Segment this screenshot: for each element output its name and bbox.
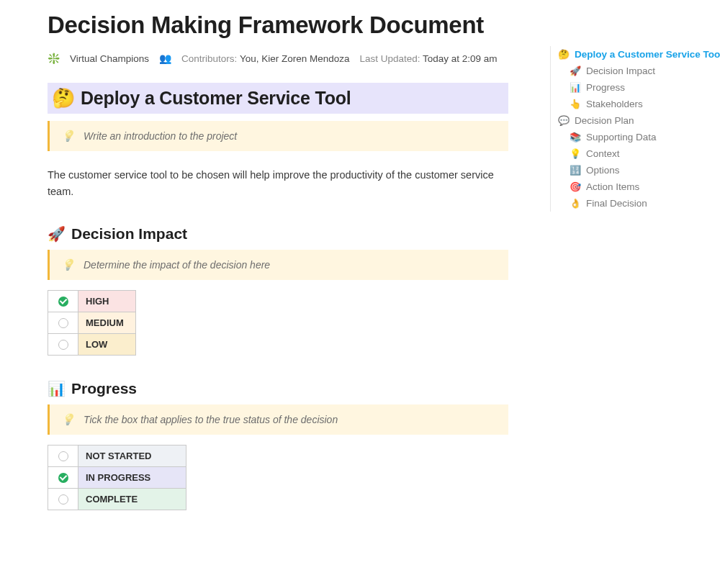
callout-progress[interactable]: 💡 Tick the box that applies to the true … (48, 404, 508, 435)
table-row: COMPLETE (48, 488, 186, 510)
bulb-icon: 💡 (61, 258, 75, 271)
barchart-icon: 📊 (48, 380, 66, 397)
section-heading-progress[interactable]: 📊 Progress (48, 380, 508, 397)
radio-unchecked-icon[interactable] (58, 318, 68, 328)
page-title: Decision Making Framework Document (48, 10, 508, 40)
outline-item-icon: 🤔 (558, 49, 570, 60)
outline-item-label: Final Decision (586, 198, 647, 209)
impact-radio-cell[interactable] (48, 312, 78, 333)
outline-item-icon: 👌 (570, 198, 581, 209)
outline-item[interactable]: 👆Stakeholders (554, 96, 707, 112)
outline-item[interactable]: 🎯Action Items (554, 178, 707, 195)
outline-item-label: Decision Plan (575, 115, 634, 126)
outline-item-icon: 🎯 (570, 181, 581, 192)
outline-item[interactable]: 🤔Deploy a Customer Service Tool (554, 46, 707, 63)
outline-item-label: Action Items (586, 181, 639, 192)
impact-radio-cell[interactable] (48, 333, 78, 355)
outline-item-label: Options (586, 165, 620, 176)
radio-unchecked-icon[interactable] (58, 494, 68, 505)
progress-radio-cell[interactable] (48, 488, 78, 510)
updated-value: Today at 2:09 am (423, 53, 498, 64)
outline-item[interactable]: 🔢Options (554, 162, 707, 178)
progress-option-label[interactable]: NOT STARTED (78, 445, 186, 466)
table-row: NOT STARTED (48, 445, 186, 466)
radio-unchecked-icon[interactable] (58, 451, 68, 461)
outline-item-icon: 💡 (570, 148, 581, 159)
bulb-icon: 💡 (61, 413, 75, 426)
impact-option-label[interactable]: MEDIUM (78, 312, 136, 333)
outline-item-label: Deploy a Customer Service Tool (575, 49, 720, 60)
outline-item[interactable]: 💬Decision Plan (554, 112, 707, 129)
outline-list: 🤔Deploy a Customer Service Tool🚀Decision… (554, 46, 707, 212)
intro-body[interactable]: The customer service tool to be chosen w… (48, 167, 494, 200)
outline-item-label: Supporting Data (586, 132, 657, 143)
contributors-value: You, Kier Zoren Mendoza (240, 53, 350, 64)
outline-item-label: Progress (586, 82, 625, 93)
outline-item-icon: 👆 (570, 99, 581, 109)
progress-table: NOT STARTEDIN PROGRESSCOMPLETE (48, 445, 186, 510)
outline-item[interactable]: 📚Supporting Data (554, 129, 707, 145)
progress-radio-cell[interactable] (48, 466, 78, 488)
meta-row: ❇️ Virtual Champions 👥 Contributors: You… (48, 53, 508, 64)
progress-radio-cell[interactable] (48, 445, 78, 466)
document-main: Decision Making Framework Document ❇️ Vi… (48, 10, 508, 510)
radio-unchecked-icon[interactable] (58, 340, 68, 350)
chat-icon: 💬 (558, 115, 570, 126)
outline-item-label: Context (586, 148, 620, 159)
workspace-name: Virtual Champions (70, 53, 149, 64)
impact-table: HIGHMEDIUMLOW (48, 290, 136, 356)
callout-impact[interactable]: 💡 Determine the impact of the decision h… (48, 250, 508, 280)
callout-progress-text: Tick the box that applies to the true st… (84, 414, 338, 425)
table-row: LOW (48, 333, 136, 355)
table-row: HIGH (48, 290, 136, 312)
table-row: MEDIUM (48, 312, 136, 333)
thinking-icon: 🤔 (52, 87, 75, 109)
section-heading-impact[interactable]: 🚀 Decision Impact (48, 225, 508, 243)
table-row: IN PROGRESS (48, 466, 186, 488)
progress-option-label[interactable]: COMPLETE (78, 488, 186, 510)
radio-checked-icon[interactable] (58, 473, 68, 483)
outline-item-icon: 🚀 (570, 65, 581, 76)
outline-item-label: Stakeholders (586, 99, 643, 109)
progress-option-label[interactable]: IN PROGRESS (78, 466, 186, 488)
outline-item-icon: 📊 (570, 82, 581, 93)
callout-intro-text: Write an introduction to the project (84, 130, 237, 142)
impact-option-label[interactable]: LOW (78, 333, 136, 355)
section-heading-impact-title: Decision Impact (71, 225, 187, 243)
outline-item[interactable]: 📊Progress (554, 79, 707, 96)
section-heading-deploy[interactable]: 🤔 Deploy a Customer Service Tool (48, 83, 508, 114)
outline-item[interactable]: 👌Final Decision (554, 195, 707, 212)
callout-intro[interactable]: 💡 Write an introduction to the project (48, 121, 508, 151)
contributors-icon: 👥 (159, 53, 171, 64)
outline-item[interactable]: 💡Context (554, 145, 707, 162)
outline-item[interactable]: 🚀Decision Impact (554, 63, 707, 79)
outline-panel: 🤔Deploy a Customer Service Tool🚀Decision… (550, 46, 707, 212)
outline-item-icon: 📚 (570, 132, 581, 143)
outline-item-label: Decision Impact (586, 65, 655, 76)
outline-item-icon: 🔢 (570, 165, 581, 176)
section-heading-progress-title: Progress (71, 380, 137, 397)
bulb-icon: 💡 (61, 130, 75, 143)
workspace-icon: ❇️ (48, 53, 60, 64)
contributors-label: Contributors: (181, 53, 237, 64)
callout-impact-text: Determine the impact of the decision her… (84, 259, 270, 271)
impact-radio-cell[interactable] (48, 290, 78, 312)
impact-option-label[interactable]: HIGH (78, 290, 136, 312)
updated-label: Last Updated: (359, 53, 420, 64)
rocket-icon: 🚀 (48, 225, 66, 243)
section-heading-deploy-title: Deploy a Customer Service Tool (81, 88, 351, 109)
radio-checked-icon[interactable] (58, 297, 68, 307)
